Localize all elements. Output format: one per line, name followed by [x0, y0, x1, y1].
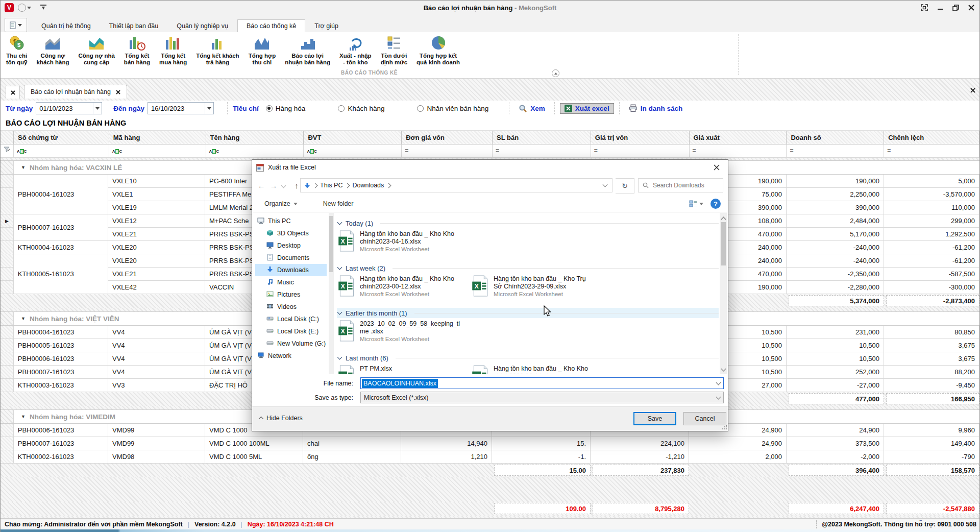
- file-name-combo[interactable]: BAOCAOLOINHUAN.xlsx: [360, 377, 724, 389]
- ribbon-tab[interactable]: Thiết lập ban đầu: [100, 19, 168, 33]
- forward-arrow-icon[interactable]: →: [267, 181, 280, 190]
- filter-cell[interactable]: ABC: [109, 144, 206, 158]
- quick-access-customize-icon[interactable]: [40, 5, 46, 11]
- column-header[interactable]: Doanh số: [787, 131, 884, 144]
- ribbon-button[interactable]: Tổng kết khách trả hàng: [191, 32, 243, 66]
- doc-number-cell[interactable]: KTH00004-161023: [14, 241, 108, 254]
- filter-funnel-icon[interactable]: [1, 144, 14, 158]
- save-type-combo[interactable]: Microsoft Excel (*.xlsx): [360, 392, 724, 403]
- filter-cell[interactable]: =: [493, 144, 591, 158]
- organize-button[interactable]: Organize: [264, 200, 298, 207]
- sidebar-item-downloads[interactable]: Downloads: [255, 264, 327, 276]
- sidebar-item-new-volume-g-[interactable]: New Volume (G:): [255, 337, 327, 350]
- search-input[interactable]: [652, 181, 715, 189]
- file-name-dropdown-icon[interactable]: [716, 380, 721, 385]
- column-header[interactable]: Số chứng từ: [14, 131, 109, 144]
- sidebar-item-documents[interactable]: Documents: [255, 252, 327, 264]
- app-menu-button[interactable]: [5, 18, 27, 32]
- breadcrumb-this-pc[interactable]: This PC: [320, 182, 342, 189]
- file-item[interactable]: XPT PM.xlsxMicrosoft Excel Worksheet: [338, 363, 472, 374]
- ribbon-button[interactable]: Tổng kết bán hàng: [119, 32, 155, 66]
- filter-cell[interactable]: ABC: [14, 144, 109, 158]
- file-item[interactable]: XHàng tồn kho ban đầu _ Kho Kho chính202…: [338, 273, 472, 306]
- sidebar-item-music[interactable]: Music: [255, 276, 327, 288]
- restore-icon[interactable]: [952, 5, 959, 11]
- doc-number-cell[interactable]: PBH00007-161023: [14, 366, 108, 379]
- filter-cell[interactable]: =: [591, 144, 690, 158]
- filter-cell[interactable]: =: [787, 144, 884, 158]
- export-excel-button[interactable]: Xuất excel: [560, 103, 614, 114]
- back-arrow-icon[interactable]: ←: [255, 181, 267, 190]
- column-header[interactable]: SL bán: [493, 131, 591, 144]
- sidebar-item-this-pc[interactable]: This PC: [255, 215, 327, 227]
- address-dropdown-icon[interactable]: [603, 182, 608, 187]
- column-header[interactable]: Giá trị vốn: [591, 131, 690, 144]
- column-header[interactable]: Chênh lệch: [884, 131, 979, 144]
- from-date-combo[interactable]: 01/10/2023: [36, 102, 102, 114]
- file-item[interactable]: XHàng tồn kho ban đầu _ Kho Kho chính202…: [338, 228, 472, 261]
- ribbon-button[interactable]: Tổng hợp thu chi: [244, 32, 281, 66]
- address-bar[interactable]: This PC Downloads: [300, 178, 612, 192]
- cancel-button[interactable]: Cancel: [683, 412, 726, 425]
- ribbon-collapse-button[interactable]: [552, 69, 559, 77]
- filter-cell[interactable]: ABC: [206, 144, 304, 158]
- sidebar-item-local-disk-e-[interactable]: Local Disk (E:): [255, 325, 327, 337]
- doc-number-cell[interactable]: PBH00006-161023: [14, 424, 108, 437]
- file-group-header[interactable]: Earlier this month (1): [337, 308, 719, 318]
- dialog-close-icon[interactable]: [705, 160, 728, 175]
- table-row[interactable]: VMD99VMD C 1000 100MLchai14,94015.224,10…: [108, 437, 979, 450]
- ribbon-tab[interactable]: Quản lý nghiệp vụ: [167, 19, 237, 33]
- criteria-radio[interactable]: Hàng hóa: [266, 105, 306, 112]
- file-list-scrollbar[interactable]: [720, 213, 727, 374]
- refresh-icon[interactable]: ↻: [616, 178, 634, 194]
- doc-number-cell[interactable]: KTH00003-161023: [14, 379, 108, 392]
- breadcrumb-downloads[interactable]: Downloads: [352, 182, 384, 189]
- sidebar-item-local-disk-c-[interactable]: Local Disk (C:): [255, 313, 327, 325]
- ribbon-tab[interactable]: Trợ giúp: [305, 19, 348, 33]
- filter-cell[interactable]: =: [402, 144, 493, 158]
- view-options-button[interactable]: [689, 200, 703, 207]
- resize-grip[interactable]: [722, 425, 727, 430]
- print-list-button[interactable]: In danh sách: [625, 103, 687, 113]
- ribbon-button[interactable]: Công nợ nhà cung cấp: [74, 32, 119, 66]
- filter-cell[interactable]: =: [884, 144, 979, 158]
- criteria-radio[interactable]: Khách hàng: [338, 105, 384, 112]
- tab-close-icon[interactable]: [116, 90, 120, 94]
- sidebar-item-pictures[interactable]: Pictures: [255, 288, 327, 301]
- sidebar-scrollbar[interactable]: [329, 213, 334, 374]
- ribbon-button[interactable]: Xuất - nhập - tồn kho: [335, 32, 376, 66]
- table-row[interactable]: VMD98VMD C 1000 5MLống1,210-1.-1,2102,00…: [108, 450, 979, 464]
- save-button[interactable]: Save: [633, 412, 676, 425]
- history-chevron-icon[interactable]: [281, 183, 286, 188]
- filter-cell[interactable]: ABC: [304, 144, 402, 158]
- sidebar-item-network[interactable]: Network: [255, 350, 327, 362]
- ribbon-button[interactable]: Tổng hợp kết quả kinh doanh: [412, 32, 464, 66]
- filter-cell[interactable]: =: [690, 144, 787, 158]
- file-item[interactable]: XHàng tồn kho ban đầu _ Kho Kho chính202…: [472, 363, 605, 374]
- document-tab[interactable]: Báo cáo lợi nhuận bán hàng: [24, 85, 127, 99]
- column-header[interactable]: Đơn giá vốn: [402, 131, 493, 144]
- doc-number-cell[interactable]: PBH00005-161023: [14, 339, 108, 352]
- minimize-icon[interactable]: [937, 5, 943, 11]
- file-item[interactable]: XHàng tồn kho ban đầu _ Kho Trụ Sở Chính…: [472, 273, 605, 306]
- doc-number-cell[interactable]: PBH00006-161023: [14, 352, 108, 366]
- save-type-dropdown-icon[interactable]: [716, 394, 721, 399]
- file-item[interactable]: X2023_10_02_09_59_58_keeping_time .xlsxM…: [338, 318, 472, 351]
- criteria-radio[interactable]: Nhân viên bán hàng: [417, 105, 488, 112]
- doc-number-cell[interactable]: PBH00007-161023: [14, 437, 108, 450]
- sidebar-item-desktop[interactable]: Desktop: [255, 239, 327, 252]
- column-header[interactable]: ĐVT: [304, 131, 402, 144]
- view-button[interactable]: Xem: [514, 103, 549, 114]
- ribbon-button[interactable]: €$Thu chi tồn quỹ: [2, 32, 32, 66]
- doc-number-cell[interactable]: KTH00002-161023: [14, 450, 108, 464]
- column-header[interactable]: Giá xuất: [690, 131, 787, 144]
- ribbon-button[interactable]: Tổng kết mua hàng: [155, 32, 191, 66]
- column-header[interactable]: Tên hàng: [206, 131, 304, 144]
- hide-folders-button[interactable]: Hide Folders: [259, 415, 303, 422]
- close-icon[interactable]: [968, 5, 974, 11]
- help-icon[interactable]: ?: [710, 199, 721, 209]
- to-date-combo[interactable]: 16/10/2023: [148, 102, 214, 114]
- quick-access-user-icon[interactable]: [18, 4, 31, 12]
- ribbon-tab[interactable]: Quản trị hệ thống: [32, 19, 100, 33]
- doc-number-cell[interactable]: PBH00004-161023: [14, 326, 108, 339]
